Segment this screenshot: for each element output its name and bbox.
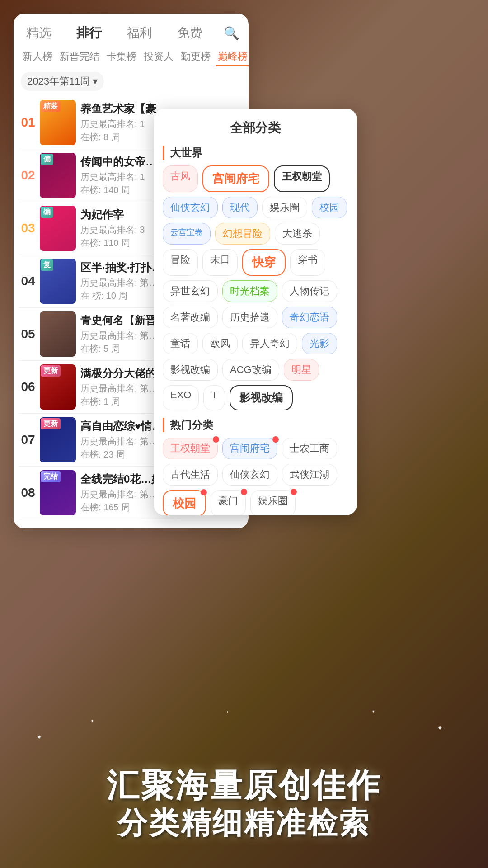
cover-badge: 完结 [41,471,61,482]
subtab-touziren[interactable]: 投资人 [142,49,175,66]
dropdown-icon: ▾ [93,75,98,87]
tag-guangying[interactable]: 光影 [302,333,337,354]
tag-renwu[interactable]: 人物传记 [282,280,337,302]
tag-yingshi[interactable]: 影视改编 [163,359,218,381]
rank-cover: 更新 [40,364,76,410]
cover-badge: 复 [41,259,53,271]
tag-hot-haomen[interactable]: 豪门 [211,490,246,515]
tag-hot-wuxia[interactable]: 武侠江湖 [282,464,337,486]
tag-dataosha[interactable]: 大逃杀 [275,223,320,245]
dot-red [291,489,297,495]
section-hotcategory: 热门分类 [163,418,348,432]
tags-grid-daworld: 古风 宫闱府宅 王权朝堂 仙侠玄幻 现代 娱乐圈 校园 云宫宝卷 幻想冒险 大逃… [163,165,348,410]
tag-oufeng[interactable]: 欧风 [202,333,238,354]
tag-hot-shinong[interactable]: 士农工商 [282,438,337,459]
cover-badge: 更新 [41,418,61,429]
tag-exo[interactable]: EXO [163,385,199,410]
tag-mori[interactable]: 末日 [202,249,238,276]
subtab-dianfeng[interactable]: 巅峰榜 [216,49,249,66]
categories-panel: 全部分类 大世界 古风 宫闱府宅 王权朝堂 仙侠玄幻 现代 娱乐圈 校园 云宫宝… [154,108,357,515]
tag-xiaoyuan[interactable]: 校园 [312,197,347,218]
tag-huanxiang[interactable]: 幻想冒险 [215,223,270,245]
panel-title: 全部分类 [163,119,348,137]
rank-cover: 编 [40,206,76,251]
rank-cover: 复 [40,259,76,304]
dot-red [213,436,219,443]
tag-yunggong[interactable]: 云宫宝卷 [163,223,211,245]
tab-mianfei[interactable]: 免费 [174,23,206,43]
tag-hot-gong[interactable]: 宫闱府宅 [222,438,277,459]
week-label: 2023年第11周 [27,75,90,88]
rank-number: 08 [21,486,35,500]
tag-lishi[interactable]: 历史拾遗 [222,307,277,328]
cover-badge: 更新 [41,365,61,377]
tag-kuaichuan[interactable]: 快穿 [242,249,286,276]
tag-tonghua[interactable]: 童话 [163,333,198,354]
cover-badge: 编 [41,207,53,218]
rank-number: 01 [21,115,35,130]
dot-red [201,489,207,495]
cover-badge: 偏 [41,154,53,165]
tag-t[interactable]: T [203,385,225,410]
week-selector[interactable]: 2023年第11周 ▾ [21,72,104,91]
tag-yingshi-selected[interactable]: 影视改编 [230,385,293,410]
tag-chuanshu[interactable]: 穿书 [290,249,325,276]
tag-hot-xiaoyuan[interactable]: 校园 [163,490,206,515]
cover-badge: 精装 [41,101,61,112]
tab-fuli[interactable]: 福利 [123,23,156,43]
subtab-xinren[interactable]: 新人榜 [21,49,54,66]
tags-grid-hot: 王权朝堂 宫闱府宅 士农工商 古代生活 仙侠玄幻 武侠江湖 校园 豪门 娱乐圈 [163,438,348,515]
tag-maoxian[interactable]: 冒险 [163,249,198,276]
rank-cover: 精装 [40,100,76,145]
promo-line2: 分类精细精准检索 [0,805,488,841]
rank-number: 03 [21,221,35,236]
search-icon[interactable]: 🔍 [224,26,239,41]
subtab-kaji[interactable]: 卡集榜 [105,49,138,66]
tag-wangquan-selected[interactable]: 王权朝堂 [274,165,330,192]
tag-shiguang[interactable]: 时光档案 [222,280,277,302]
tab-jingxuan[interactable]: 精选 [23,23,55,43]
rank-number: 07 [21,433,35,447]
rank-cover: 更新 [40,417,76,462]
tag-mingxing[interactable]: 明星 [284,359,319,381]
tag-qihuan[interactable]: 奇幻恋语 [282,307,337,328]
tag-hot-gudai[interactable]: 古代生活 [163,464,218,486]
tag-hot-wangquan[interactable]: 王权朝堂 [163,438,218,459]
bottom-text: ✦ ✦ ✦ ✦ ✦ 汇聚海量原创佳作 分类精细精准检索 [0,766,488,841]
dot-red [272,436,279,443]
section-daworld: 大世界 [163,146,348,160]
sub-tabs: 新人榜 新晋完结 卡集榜 投资人 勤更榜 巅峰榜 [14,49,249,66]
tag-yulerquan[interactable]: 娱乐圈 [262,197,307,218]
tag-mingzhu[interactable]: 名著改编 [163,307,218,328]
tag-yishi[interactable]: 异世玄幻 [163,280,218,302]
subtab-xinjin[interactable]: 新晋完结 [58,49,101,66]
rank-number: 04 [21,274,35,288]
rank-cover: 偏 [40,153,76,198]
tag-yiren[interactable]: 异人奇幻 [242,333,297,354]
rank-number: 06 [21,380,35,394]
rank-cover: 完结 [40,470,76,515]
tab-paihang[interactable]: 排行 [73,23,105,43]
nav-tabs: 精选 排行 福利 免费 🔍 [14,23,249,43]
promo-line1: 汇聚海量原创佳作 [0,766,488,805]
tag-gufeng[interactable]: 古风 [163,165,198,192]
tag-gong-xuan[interactable]: 宫闱府宅 [202,165,269,192]
tag-acg[interactable]: ACG改编 [222,359,279,381]
tag-xianxia[interactable]: 仙侠玄幻 [163,197,218,218]
subtab-qingeng[interactable]: 勤更榜 [179,49,212,66]
tag-xiandai[interactable]: 现代 [222,197,258,218]
rank-number: 02 [21,168,35,183]
tag-hot-yule[interactable]: 娱乐圈 [250,490,296,515]
rank-number: 05 [21,327,35,341]
dot-red [241,489,247,495]
tag-hot-xianxia[interactable]: 仙侠玄幻 [222,464,277,486]
rank-cover [40,311,76,357]
